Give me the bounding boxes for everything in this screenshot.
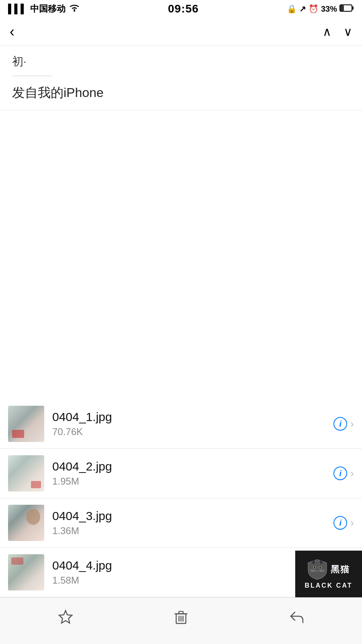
status-time: 09:56 (168, 2, 199, 15)
attachment-item-3[interactable]: 0404_3.jpg 1.36M i › (0, 498, 362, 548)
attachment-name-3: 0404_3.jpg (52, 509, 333, 523)
reply-button[interactable] (288, 608, 305, 626)
status-left: ▌▌▌ 中国移动 (8, 3, 80, 15)
attachment-info-3: 0404_3.jpg 1.36M (52, 509, 333, 537)
signal-icon: ▌▌▌ (8, 4, 27, 14)
svg-marker-15 (59, 611, 72, 623)
nav-bar: ‹ ∧ ∨ (0, 18, 362, 46)
attachment-action-1[interactable]: i › (333, 417, 354, 431)
status-right: 🔒 ↗ ⏰ 33% (287, 4, 354, 14)
email-signature: 发自我的iPhone (12, 84, 350, 102)
email-body: 初· 发自我的iPhone (0, 46, 362, 110)
chevron-right-1: › (350, 418, 354, 430)
black-cat-cn-text: 黑猫 (331, 564, 350, 576)
attachment-name-2: 0404_2.jpg (52, 460, 333, 473)
email-spacer (0, 110, 362, 399)
svg-point-8 (314, 567, 315, 569)
attachment-size-2: 1.95M (52, 476, 333, 487)
attachment-name-4: 0404_4.jpg (52, 559, 333, 572)
email-partial-text: 初· (12, 54, 350, 69)
attachment-info-4: 0404_4.jpg 1.58M (52, 559, 333, 586)
lock-icon: 🔒 (287, 4, 297, 14)
attachment-item-1[interactable]: 0404_1.jpg 70.76K i › (0, 399, 362, 449)
svg-rect-2 (352, 6, 354, 10)
nav-arrows: ∧ ∨ (323, 25, 352, 39)
attachment-thumb-3 (8, 505, 44, 541)
attachment-thumb-1 (8, 406, 44, 442)
status-bar: ▌▌▌ 中国移动 09:56 🔒 ↗ ⏰ 33% (0, 0, 362, 18)
info-icon-2[interactable]: i (333, 466, 347, 480)
email-divider (12, 76, 52, 76)
info-icon-1[interactable]: i (333, 417, 347, 431)
attachment-thumb-2 (8, 455, 44, 491)
cat-shield-icon (307, 559, 327, 580)
cat-logo-area: 黑猫 (307, 559, 350, 580)
black-cat-en-text: BLACK CAT (304, 582, 352, 589)
location-icon: ↗ (299, 4, 306, 14)
svg-point-9 (319, 567, 321, 569)
attachment-size-3: 1.36M (52, 525, 333, 537)
back-button[interactable]: ‹ (10, 23, 14, 40)
attachment-action-3[interactable]: i › (333, 516, 354, 530)
svg-point-0 (74, 10, 75, 12)
trash-button[interactable] (172, 608, 190, 626)
wifi-icon (69, 3, 80, 14)
info-icon-3[interactable]: i (333, 516, 347, 530)
attachment-thumb-4 (8, 554, 44, 590)
attachment-action-2[interactable]: i › (333, 466, 354, 480)
attachment-size-4: 1.58M (52, 575, 333, 586)
main-content: 初· 发自我的iPhone 0404_1.jpg 70.76K i › (0, 46, 362, 597)
nav-down-button[interactable]: ∨ (343, 25, 352, 39)
nav-up-button[interactable]: ∧ (323, 25, 331, 39)
bottom-toolbar (0, 597, 362, 644)
attachment-size-1: 70.76K (52, 426, 333, 438)
battery-icon (339, 4, 354, 14)
battery-percent: 33% (321, 4, 337, 14)
attachment-info-2: 0404_2.jpg 1.95M (52, 460, 333, 487)
carrier-name: 中国移动 (30, 3, 66, 15)
chevron-right-3: › (350, 517, 354, 529)
star-button[interactable] (57, 608, 74, 626)
chevron-right-2: › (350, 467, 354, 480)
attachment-item-2[interactable]: 0404_2.jpg 1.95M i › (0, 449, 362, 498)
svg-rect-3 (340, 5, 344, 11)
alarm-icon: ⏰ (309, 4, 319, 14)
black-cat-watermark: 黑猫 BLACK CAT (295, 551, 362, 597)
attachment-info-1: 0404_1.jpg 70.76K (52, 410, 333, 438)
attachment-name-1: 0404_1.jpg (52, 410, 333, 424)
